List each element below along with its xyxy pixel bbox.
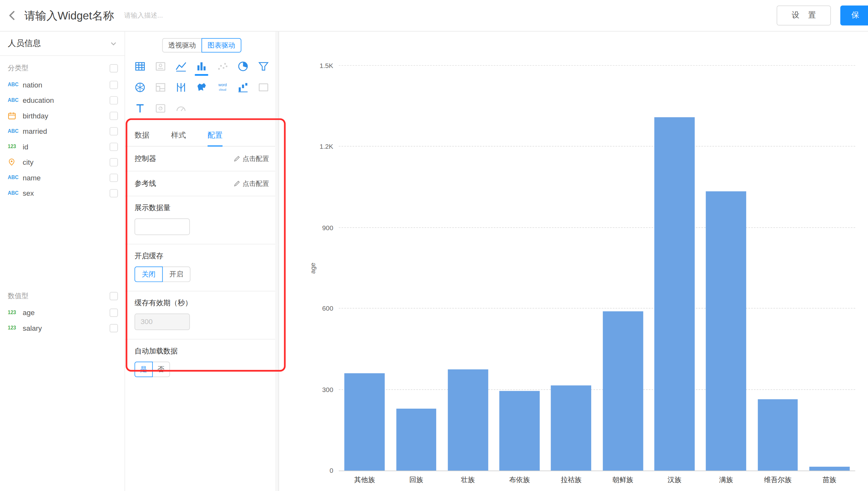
field-label: age bbox=[23, 308, 35, 317]
autoload-yes-button[interactable]: 是 bbox=[135, 362, 153, 377]
field-item-sex[interactable]: ABCsex bbox=[0, 185, 125, 201]
panel-scrollbar[interactable] bbox=[275, 32, 278, 491]
controller-label: 控制器 bbox=[135, 154, 156, 164]
field-item-id[interactable]: 123id bbox=[0, 139, 125, 154]
field-checkbox[interactable] bbox=[110, 142, 118, 151]
field-label: city bbox=[23, 158, 33, 166]
tab-数据[interactable]: 数据 bbox=[135, 124, 150, 146]
chart-type-iframe-icon[interactable] bbox=[255, 79, 272, 96]
cache-toggle-group: 关闭 开启 bbox=[135, 266, 269, 282]
chart-type-waterfall-icon[interactable] bbox=[235, 79, 251, 96]
save-button[interactable]: 保 存 bbox=[840, 5, 868, 25]
section-header-categorical: 分类型 bbox=[0, 59, 125, 77]
chart-type-wordcloud-icon[interactable]: wordcloud bbox=[214, 79, 231, 96]
field-checkbox[interactable] bbox=[110, 308, 118, 317]
x-tick-label: 朝鲜族 bbox=[612, 476, 633, 485]
field-item-married[interactable]: ABCmarried bbox=[0, 123, 125, 139]
chart-type-pie-icon[interactable] bbox=[235, 58, 251, 75]
chart-type-text-icon[interactable] bbox=[132, 100, 148, 117]
chart-type-table-icon[interactable] bbox=[132, 58, 148, 75]
section-checkbox[interactable] bbox=[110, 292, 118, 300]
field-checkbox[interactable] bbox=[110, 158, 118, 166]
numeric-section: 数值型 123age123salary bbox=[0, 287, 125, 336]
chart-type-scatter-icon[interactable] bbox=[214, 58, 231, 75]
field-label: education bbox=[23, 96, 54, 105]
field-item-name[interactable]: ABCname bbox=[0, 170, 125, 185]
text-type-icon: ABC bbox=[8, 175, 23, 180]
tab-配置[interactable]: 配置 bbox=[208, 124, 223, 146]
calendar-icon bbox=[8, 111, 23, 120]
chart-type-grid: wordcloud bbox=[125, 56, 278, 120]
y-tick-label: 300 bbox=[322, 386, 333, 393]
cache-on-button[interactable]: 开启 bbox=[162, 266, 190, 282]
chart-type-line-icon[interactable] bbox=[173, 58, 190, 75]
field-item-nation[interactable]: ABCnation bbox=[0, 77, 125, 92]
field-checkbox[interactable] bbox=[110, 81, 118, 89]
autoload-block: 自动加载数据 是 否 bbox=[125, 340, 278, 386]
tab-样式[interactable]: 样式 bbox=[171, 124, 186, 146]
chevron-left-icon bbox=[7, 10, 18, 21]
mode-option[interactable]: 图表驱动 bbox=[201, 38, 241, 53]
field-checkbox[interactable] bbox=[110, 111, 118, 120]
bar-布依族[interactable] bbox=[499, 391, 540, 470]
field-checkbox[interactable] bbox=[110, 324, 118, 332]
chart-type-speedometer-icon[interactable] bbox=[173, 100, 190, 117]
field-item-education[interactable]: ABCeducation bbox=[0, 92, 125, 108]
widget-desc-input[interactable]: 请输入描述... bbox=[124, 11, 163, 20]
pencil-icon bbox=[234, 180, 240, 187]
settings-button[interactable]: 设 置 bbox=[777, 5, 831, 25]
bar-汉族[interactable] bbox=[654, 117, 695, 470]
y-tick-label: 900 bbox=[322, 224, 333, 231]
autoload-label: 自动加载数据 bbox=[135, 346, 269, 356]
chart-canvas: age 03006009001.2K1.5K其他族回族壮族布依族拉祜族朝鲜族汉族… bbox=[279, 32, 868, 491]
x-tick-label: 汉族 bbox=[668, 476, 681, 485]
display-count-input[interactable] bbox=[135, 219, 190, 235]
chart-type-parallel-icon[interactable] bbox=[173, 79, 190, 96]
reference-line-config-link[interactable]: 点击配置 bbox=[234, 179, 269, 188]
field-label: married bbox=[23, 127, 47, 135]
field-item-birthday[interactable]: birthday bbox=[0, 108, 125, 123]
bar-壮族[interactable] bbox=[448, 369, 488, 470]
x-tick-label: 布依族 bbox=[509, 476, 530, 485]
chart-type-radar-icon[interactable] bbox=[132, 79, 148, 96]
config-panel: 透视驱动图表驱动 wordcloud 数据样式配置 控制器 点击配置 参考线 点… bbox=[125, 32, 279, 491]
reference-line-label: 参考线 bbox=[135, 178, 156, 189]
section-checkbox[interactable] bbox=[110, 64, 118, 72]
text-type-icon: ABC bbox=[8, 190, 23, 196]
bar-朝鲜族[interactable] bbox=[603, 311, 643, 470]
chart-type-bar-icon[interactable] bbox=[193, 58, 210, 75]
cache-off-button[interactable]: 关闭 bbox=[135, 266, 163, 282]
back-button[interactable] bbox=[0, 0, 24, 31]
bar-拉祜族[interactable] bbox=[551, 386, 591, 470]
cache-expire-input: 300 bbox=[135, 314, 190, 330]
controller-config-link[interactable]: 点击配置 bbox=[234, 154, 269, 163]
bar-其他族[interactable] bbox=[345, 374, 385, 470]
bar-维吾尔族[interactable] bbox=[758, 399, 798, 470]
panel-tabs: 数据样式配置 bbox=[125, 124, 278, 147]
field-checkbox[interactable] bbox=[110, 189, 118, 197]
chart-type-sankey-icon[interactable] bbox=[152, 79, 169, 96]
x-tick-label: 维吾尔族 bbox=[764, 476, 792, 485]
gridline bbox=[339, 389, 855, 390]
field-item-age[interactable]: 123age bbox=[0, 305, 125, 320]
click-config-label: 点击配置 bbox=[243, 179, 269, 188]
chart-type-gauge-icon[interactable] bbox=[152, 100, 169, 117]
controller-row: 控制器 点击配置 bbox=[125, 147, 278, 171]
field-checkbox[interactable] bbox=[110, 127, 118, 135]
categorical-section: 分类型 ABCnationABCeducationbirthdayABCmarr… bbox=[0, 59, 125, 201]
chart-type-map-icon[interactable] bbox=[193, 79, 210, 96]
widget-name-input[interactable]: 请输入Widget名称 bbox=[24, 8, 114, 23]
bar-满族[interactable] bbox=[706, 191, 746, 470]
field-checkbox[interactable] bbox=[110, 173, 118, 182]
field-checkbox[interactable] bbox=[110, 96, 118, 105]
mode-option[interactable]: 透视驱动 bbox=[162, 38, 202, 53]
autoload-no-button[interactable]: 否 bbox=[152, 362, 170, 377]
field-item-salary[interactable]: 123salary bbox=[0, 320, 125, 336]
field-item-city[interactable]: city bbox=[0, 154, 125, 170]
chart-type-scorecard-icon[interactable] bbox=[152, 58, 169, 75]
svg-text:cloud: cloud bbox=[219, 88, 226, 91]
bar-回族[interactable] bbox=[396, 409, 436, 470]
view-selector[interactable]: 人员信息 bbox=[0, 32, 125, 56]
bar-苗族[interactable] bbox=[809, 466, 849, 470]
chart-type-funnel-icon[interactable] bbox=[255, 58, 272, 75]
